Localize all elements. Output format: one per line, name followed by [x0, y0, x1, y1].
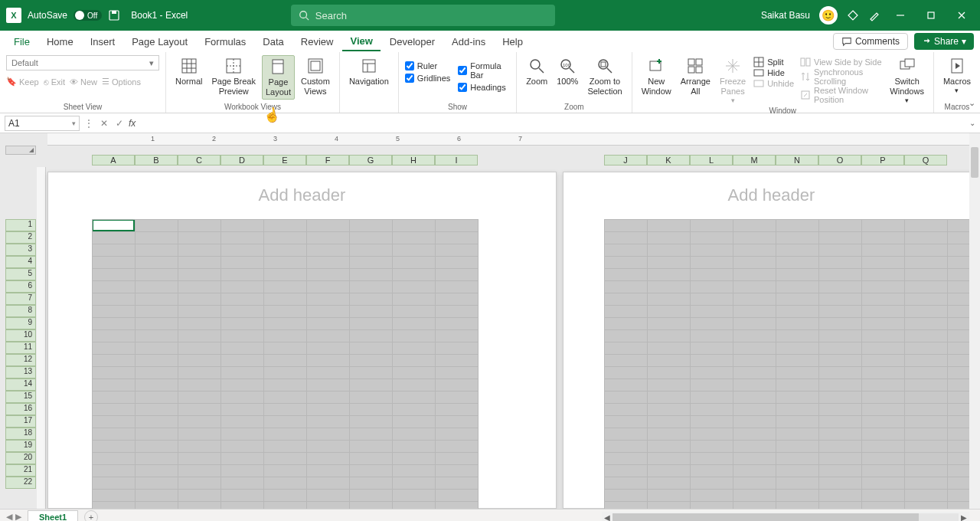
tab-nav-prev-icon[interactable]: ◀ — [6, 512, 12, 521]
row-header[interactable]: 7 — [5, 293, 36, 305]
row-header[interactable]: 15 — [5, 391, 36, 403]
tab-insert[interactable]: Insert — [83, 33, 123, 51]
user-name[interactable]: Saikat Basu — [761, 10, 810, 21]
row-header[interactable]: 5 — [5, 268, 36, 280]
tab-nav-next-icon[interactable]: ▶ — [15, 512, 21, 521]
zoom-to-selection-button[interactable]: Zoom to Selection — [584, 55, 625, 98]
scrollbar-thumb[interactable] — [971, 147, 978, 178]
navigation-button[interactable]: Navigation — [346, 55, 392, 88]
row-header[interactable]: 6 — [5, 280, 36, 293]
col-header[interactable]: K — [647, 155, 690, 165]
name-box[interactable]: A1 ▾ — [5, 116, 80, 131]
page-break-preview-button[interactable]: Page Break Preview — [208, 55, 258, 98]
tab-developer[interactable]: Developer — [382, 33, 443, 51]
gridlines-checkbox[interactable]: Gridlines — [405, 74, 450, 83]
tab-page-layout[interactable]: Page Layout — [124, 33, 195, 51]
zoom-100-button[interactable]: 100100% — [554, 55, 581, 88]
tab-file[interactable]: File — [6, 33, 38, 51]
tab-home[interactable]: Home — [39, 33, 81, 51]
horizontal-scrollbar[interactable]: ◀ ▶ — [602, 512, 969, 521]
vertical-scrollbar[interactable] — [969, 133, 980, 509]
save-icon[interactable] — [108, 9, 120, 21]
scrollbar-thumb[interactable] — [612, 513, 919, 521]
col-header[interactable]: M — [733, 155, 776, 165]
more-icon[interactable]: ⋮ — [83, 118, 95, 129]
col-header[interactable]: P — [861, 155, 904, 165]
page-layout-button[interactable]: Page Layout — [262, 55, 295, 100]
row-header[interactable]: 8 — [5, 305, 36, 317]
tab-view[interactable]: View — [342, 32, 380, 51]
ruler-checkbox[interactable]: Ruler — [405, 61, 450, 70]
row-header[interactable]: 9 — [5, 317, 36, 329]
reset-window-position-button[interactable]: Reset Window Position — [799, 86, 884, 104]
enter-icon[interactable]: ✓ — [113, 118, 126, 129]
keep-button[interactable]: 🔖Keep — [6, 77, 39, 87]
sheet-tab[interactable]: Sheet1 — [28, 510, 78, 521]
sheet-view-selector[interactable]: Default ▾ — [6, 55, 159, 70]
tab-review[interactable]: Review — [293, 33, 341, 51]
col-header[interactable]: I — [435, 155, 478, 165]
col-header[interactable]: D — [220, 155, 263, 165]
diamond-icon[interactable] — [847, 9, 859, 21]
zoom-button[interactable]: Zoom — [523, 55, 550, 88]
autosave-toggle[interactable]: Off — [74, 10, 102, 21]
freeze-panes-button[interactable]: Freeze Panes▾ — [717, 55, 749, 106]
col-header[interactable]: L — [690, 155, 733, 165]
close-button[interactable] — [951, 0, 972, 31]
tab-help[interactable]: Help — [495, 33, 531, 51]
split-button[interactable]: Split — [752, 57, 795, 67]
fx-icon[interactable]: fx — [129, 118, 136, 129]
active-cell[interactable] — [92, 219, 135, 231]
macros-button[interactable]: Macros▾ — [940, 55, 974, 97]
col-header[interactable]: A — [92, 155, 135, 165]
row-header[interactable]: 11 — [5, 342, 36, 354]
comments-button[interactable]: Comments — [833, 33, 908, 50]
col-header[interactable]: B — [135, 155, 178, 165]
expand-formula-bar-icon[interactable]: ⌄ — [969, 119, 975, 127]
select-all-corner[interactable] — [5, 146, 36, 155]
headings-checkbox[interactable]: Headings — [458, 83, 510, 92]
col-header[interactable]: O — [818, 155, 861, 165]
row-header[interactable]: 10 — [5, 329, 36, 342]
row-header[interactable]: 16 — [5, 403, 36, 415]
hide-button[interactable]: Hide — [752, 67, 795, 78]
collapse-ribbon-icon[interactable]: ⌄ — [969, 98, 975, 108]
col-header[interactable]: G — [349, 155, 392, 165]
row-header[interactable]: 22 — [5, 477, 36, 489]
cell-grid-page1[interactable] — [92, 219, 479, 509]
arrange-all-button[interactable]: Arrange All — [678, 55, 714, 98]
new-button[interactable]: 👁New — [70, 77, 97, 87]
tab-data[interactable]: Data — [255, 33, 291, 51]
row-header[interactable]: 20 — [5, 452, 36, 464]
normal-view-button[interactable]: Normal — [172, 55, 205, 88]
options-button[interactable]: ☰Options — [102, 77, 141, 87]
add-sheet-button[interactable]: + — [84, 510, 98, 522]
scroll-left-icon[interactable]: ◀ — [602, 513, 612, 522]
custom-views-button[interactable]: Custom Views — [298, 55, 333, 98]
col-header[interactable]: F — [306, 155, 349, 165]
col-header[interactable]: N — [776, 155, 818, 165]
col-header[interactable]: C — [178, 155, 220, 165]
row-header[interactable]: 14 — [5, 378, 36, 391]
row-header[interactable]: 17 — [5, 415, 36, 428]
col-header[interactable]: E — [263, 155, 306, 165]
col-header[interactable]: H — [392, 155, 435, 165]
col-header[interactable]: Q — [904, 155, 947, 165]
tab-formulas[interactable]: Formulas — [197, 33, 253, 51]
switch-windows-button[interactable]: Switch Windows▾ — [887, 55, 927, 106]
cancel-icon[interactable]: ✕ — [98, 118, 110, 129]
search-box[interactable]: Search — [291, 5, 555, 26]
pen-icon[interactable] — [868, 9, 880, 21]
col-header[interactable]: J — [604, 155, 647, 165]
row-header[interactable]: 2 — [5, 231, 36, 244]
row-header[interactable]: 19 — [5, 440, 36, 452]
row-header[interactable]: 3 — [5, 244, 36, 256]
exit-button[interactable]: ⎋Exit — [44, 77, 65, 87]
view-side-by-side-button[interactable]: View Side by Side — [799, 57, 884, 67]
formula-bar-checkbox[interactable]: Formula Bar — [458, 61, 510, 80]
cell-grid-page2[interactable] — [604, 219, 979, 509]
tab-add-ins[interactable]: Add-ins — [444, 33, 493, 51]
row-header[interactable]: 4 — [5, 256, 36, 268]
new-window-button[interactable]: New Window — [639, 55, 675, 98]
row-header[interactable]: 1 — [5, 219, 36, 231]
